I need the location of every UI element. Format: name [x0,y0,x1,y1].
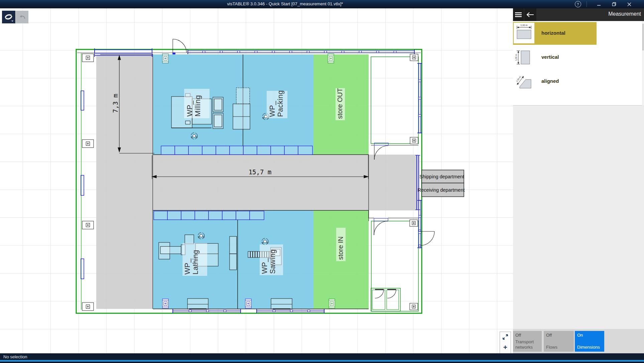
item-label: aligned [541,78,559,84]
label-store-in[interactable]: store IN [337,236,344,260]
svg-text:1,00 m: 1,00 m [515,54,517,61]
vistable-logo-icon [4,12,14,22]
close-button[interactable] [624,0,635,8]
panel-title: Measurement [608,11,641,17]
close-icon [627,2,631,6]
dock-departments[interactable]: Shipping department Receiving department [417,170,465,197]
minimize-icon [597,2,601,6]
expand-icon [502,334,509,340]
dimension-horizontal-value: 15,7 m [249,168,272,176]
status-bar: No selection [0,353,644,360]
list-item-vertical[interactable]: 1,00 m vertical [513,46,642,69]
rack-row-bottom[interactable] [154,211,264,220]
restore-icon [612,2,616,6]
svg-text:1,00 m: 1,00 m [515,75,521,82]
receiving-label: Receiving department [417,187,465,193]
toggle-label: Transport networks [515,339,542,350]
zone-hall-gray-left[interactable] [96,54,153,309]
aligned-measure-icon: 1,00 m [515,73,532,90]
minimize-button[interactable] [594,0,604,8]
toggle-transport-networks[interactable]: Off Transport networks [513,331,542,352]
back-arrow-icon [526,12,534,17]
panel-menu-button[interactable] [513,8,524,21]
restore-button[interactable] [609,0,619,8]
horizontal-measure-icon: 1,00 m [514,23,534,43]
list-item-horizontal[interactable]: 1,00 m horizontal [513,22,597,45]
toggle-state: Off [515,333,521,338]
toggle-state: Off [546,333,552,338]
scrollbar-thumb[interactable] [642,24,644,50]
window-bottom-edge [0,362,644,363]
toggle-label: Flows [546,345,573,350]
table-bottom-right[interactable] [271,299,292,309]
panel-back-button[interactable] [524,8,536,21]
hamburger-icon [515,12,522,17]
rack-row-top[interactable] [161,146,312,155]
zoom-in-button[interactable]: + [500,342,511,352]
help-icon: ? [575,1,581,7]
undo-button[interactable] [16,11,28,23]
zone-corridor-gray[interactable] [153,155,418,210]
title-bar: visTABLE® 3.0.346 - Quick Start [07_meas… [0,0,644,8]
vertical-measure-icon: 1,00 m [515,49,532,66]
shipping-label: Shipping department [419,174,464,179]
toggle-flows[interactable]: Off Flows [544,331,574,352]
app-menu-button[interactable] [2,11,15,23]
window-title: visTABLE® 3.0.346 - Quick Start [07_meas… [227,1,343,6]
undo-icon [18,13,26,21]
item-label: horizontal [541,30,565,36]
floor-plan: Shipping department Receiving department… [0,8,513,353]
toggle-state: On [577,333,583,338]
drawing-canvas[interactable]: Shipping department Receiving department… [0,8,513,353]
help-button[interactable]: ? [573,0,583,8]
toggle-label: Dimensions [577,345,604,350]
selection-status: No selection [3,354,27,359]
layer-toggle-strip: Off Transport networks Off Flows On Dime… [513,329,644,353]
measurement-type-list: 1,00 m horizontal 1,00 m vertical [513,21,642,106]
measurement-panel: Measurement 1,00 m horizontal [513,8,644,353]
fit-view-button[interactable] [500,332,511,342]
svg-text:1,00 m: 1,00 m [520,24,528,26]
panel-scrollbar[interactable] [642,21,644,105]
label-store-out[interactable]: store OUT [336,88,344,119]
titlebar-separator [587,1,587,7]
toggle-dimensions[interactable]: On Dimensions [575,331,604,352]
panel-header: Measurement [513,8,644,21]
dimension-vertical-value: 7,3 m [112,94,119,113]
list-item-aligned[interactable]: 1,00 m aligned [513,70,642,93]
item-label: vertical [541,54,559,60]
table-bottom-left[interactable] [187,299,208,309]
storage-racks-mid[interactable] [230,236,237,270]
